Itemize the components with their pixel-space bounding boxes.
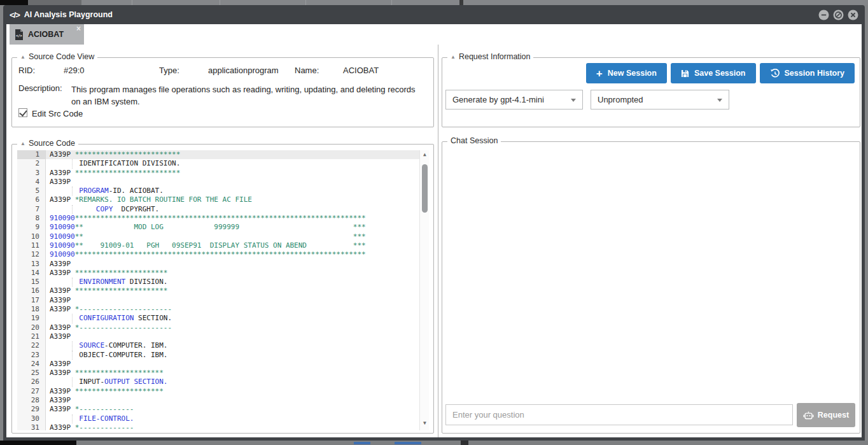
request-button[interactable]: Request: [797, 403, 855, 427]
line-number: 29: [17, 405, 46, 414]
code-line[interactable]: 19 CONFIGURATION SECTION.: [17, 314, 419, 323]
tab-label: ACIOBAT: [28, 30, 64, 39]
code-line[interactable]: 20A339P *----------------------: [17, 323, 419, 332]
code-line[interactable]: 17A339P: [17, 296, 419, 305]
restore-icon[interactable]: [833, 10, 844, 20]
pane-divider[interactable]: [438, 45, 438, 437]
code-line[interactable]: 29A339P *-------------: [17, 405, 419, 414]
scroll-up-icon[interactable]: ▲: [420, 152, 429, 160]
line-number: 27: [17, 387, 46, 396]
line-number: 6: [17, 195, 46, 204]
save-session-button[interactable]: Save Session: [671, 63, 756, 83]
chat-session-panel: Chat Session Request: [442, 141, 860, 434]
code-line[interactable]: 6A339P *REMARKS. IO BATCH ROUTINE FOR TH…: [17, 195, 419, 204]
line-number: 4: [17, 178, 46, 187]
model-dropdown-value: Generate by gpt-4.1-mini: [452, 95, 544, 104]
code-text: 910090** ***: [46, 232, 419, 241]
vertical-scrollbar[interactable]: ▲ ▼: [419, 150, 429, 430]
button-label: Session History: [785, 69, 844, 78]
code-line[interactable]: 4A339P: [17, 178, 419, 187]
prompt-mode-dropdown-value: Unprompted: [598, 95, 643, 104]
code-line[interactable]: 14A339P **********************: [17, 269, 419, 278]
code-text: PROGRAM-ID. ACIOBAT.: [46, 187, 419, 195]
app-window: </> AI Analysis Playground: [3, 5, 865, 441]
code-line[interactable]: 11910090** 91009-01 PGH 09SEP91 DISPLAY …: [17, 241, 419, 250]
tab-close-icon[interactable]: ×: [76, 25, 81, 32]
line-number: 28: [17, 396, 46, 405]
line-number: 24: [17, 360, 46, 369]
prompt-mode-dropdown[interactable]: Unprompted: [591, 90, 729, 109]
code-line[interactable]: 12910090********************************…: [17, 250, 419, 259]
rid-value: #29:0: [64, 66, 85, 75]
code-line[interactable]: 10910090** ***: [17, 232, 419, 241]
code-line[interactable]: 28A339P: [17, 396, 419, 405]
code-line[interactable]: 16A339P **********************: [17, 286, 419, 295]
edit-src-code-checkbox[interactable]: [18, 108, 27, 117]
code-line[interactable]: 21A339P: [17, 332, 419, 341]
code-line[interactable]: 2 IDENTIFICATION DIVISION.: [17, 159, 419, 168]
line-number: 10: [17, 232, 46, 241]
code-line[interactable]: 3A339P *************************: [17, 169, 419, 178]
code-line[interactable]: 9910090** MOD LOG 999999 ***: [17, 223, 419, 232]
minimize-icon[interactable]: [818, 10, 829, 20]
tab-aciobat[interactable]: </> ACIOBAT ×: [10, 24, 84, 45]
code-line[interactable]: 5 PROGRAM-ID. ACIOBAT.: [17, 187, 419, 195]
line-number: 2: [17, 159, 46, 168]
line-number: 26: [17, 378, 46, 386]
code-line[interactable]: 26 INPUT-OUTPUT SECTION.: [17, 378, 419, 386]
line-number: 23: [17, 351, 46, 360]
code-line[interactable]: 24A339P: [17, 360, 419, 369]
code-line[interactable]: 22 SOURCE-COMPUTER. IBM.: [17, 341, 419, 350]
session-history-button[interactable]: Session History: [760, 63, 855, 83]
code-text: CONFIGURATION SECTION.: [46, 314, 419, 323]
code-text: A339P: [46, 296, 419, 305]
code-line[interactable]: 25A339P *********************: [17, 369, 419, 378]
code-text: A339P *************************: [46, 169, 419, 178]
code-line[interactable]: 30 FILE-CONTROL.: [17, 414, 419, 423]
code-text: IDENTIFICATION DIVISION.: [46, 159, 419, 168]
code-text: SOURCE-COMPUTER. IBM.: [46, 341, 419, 350]
line-number: 5: [17, 187, 46, 195]
code-line[interactable]: 1A339P *************************: [17, 150, 419, 159]
line-number: 21: [17, 332, 46, 341]
line-number: 12: [17, 250, 46, 259]
collapse-triangle-icon[interactable]: ▲: [20, 141, 25, 146]
code-text: A339P: [46, 360, 419, 369]
rid-label: RID:: [18, 66, 35, 75]
button-label: Save Session: [694, 69, 746, 78]
code-text: A339P *REMARKS. IO BATCH ROUTINE FOR THE…: [46, 195, 419, 204]
close-icon[interactable]: [848, 10, 858, 20]
collapse-triangle-icon[interactable]: ▲: [20, 54, 25, 60]
code-line[interactable]: 8910090*********************************…: [17, 214, 419, 223]
code-line[interactable]: 18A339P *----------------------: [17, 305, 419, 314]
code-text: ENVIRONMENT DIVISION.: [46, 278, 419, 286]
code-text: 910090** MOD LOG 999999 ***: [46, 223, 419, 232]
panel-legend: Chat Session: [451, 136, 498, 145]
scroll-down-icon[interactable]: ▼: [420, 420, 429, 429]
background-page-bottom: [0, 441, 868, 445]
code-line[interactable]: 27A339P *********************: [17, 387, 419, 396]
code-text: A339P: [46, 396, 419, 405]
code-text: A339P *----------------------: [46, 323, 419, 332]
code-line[interactable]: 15 ENVIRONMENT DIVISION.: [17, 278, 419, 286]
code-line[interactable]: 13A339P: [17, 260, 419, 269]
edit-src-code-label: Edit Src Code: [32, 109, 83, 118]
line-number: 3: [17, 169, 46, 178]
scrollbar-thumb[interactable]: [422, 164, 428, 213]
code-line[interactable]: 7 COPY DCPYRGHT.: [17, 205, 419, 214]
question-input[interactable]: [445, 404, 793, 425]
window-title-bar[interactable]: </> AI Analysis Playground: [3, 5, 865, 24]
new-session-button[interactable]: + New Session: [586, 63, 667, 83]
code-text: FILE-CONTROL.: [46, 414, 419, 423]
code-line[interactable]: 31A339P *-------------: [17, 423, 419, 430]
collapse-triangle-icon[interactable]: ▲: [451, 54, 456, 60]
code-text: A339P **********************: [46, 269, 419, 278]
model-dropdown[interactable]: Generate by gpt-4.1-mini: [445, 90, 583, 109]
code-editor[interactable]: 1A339P *************************2 IDENTI…: [17, 150, 429, 430]
panel-legend: Source Code View: [29, 52, 94, 61]
line-number: 25: [17, 369, 46, 378]
code-line[interactable]: 23 OBJECT-COMPUTER. IBM.: [17, 351, 419, 360]
code-text: 910090**********************************…: [46, 214, 419, 223]
line-number: 31: [17, 423, 46, 430]
line-number: 9: [17, 223, 46, 232]
